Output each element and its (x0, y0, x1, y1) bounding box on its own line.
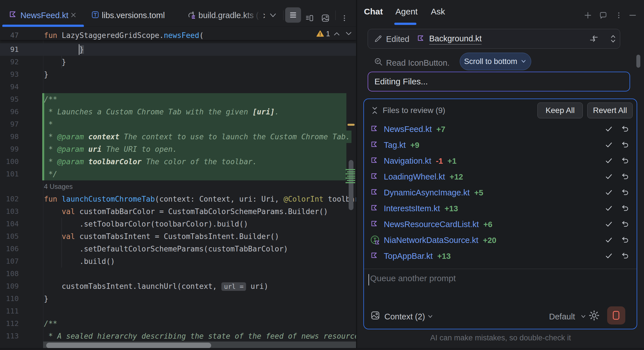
new-chat-icon[interactable] (583, 11, 592, 20)
kotlin-file-icon (417, 35, 425, 43)
chevron-down-icon[interactable] (427, 314, 434, 319)
stop-button[interactable] (607, 306, 625, 325)
collapse-icon[interactable] (370, 106, 379, 115)
keep-file-button[interactable] (604, 140, 613, 150)
expand-icon[interactable] (609, 34, 617, 44)
code-line: 103 val customTabBarColor = CustomTabCol… (0, 205, 356, 218)
edited-file-link[interactable]: Background.kt (429, 34, 482, 44)
model-selector[interactable]: Default (549, 312, 575, 321)
file-link[interactable]: LoadingWheel.kt+12 (384, 169, 463, 185)
edited-file-card: Edited Background.kt (368, 29, 620, 49)
editor-tab-bar: NewsFeed.kt libs.versions.toml (0, 3, 356, 27)
revert-file-button[interactable] (620, 156, 630, 165)
scroll-to-bottom-label: Scroll to bottom (464, 57, 517, 66)
context-selector[interactable]: Context (2) (384, 312, 425, 321)
code-editor-area[interactable]: 91 }92 }93}9495/**96 * Launches a Custom… (0, 40, 356, 342)
revert-file-button[interactable] (620, 204, 630, 213)
line-number: 47 (0, 29, 19, 42)
more-options-icon[interactable] (340, 14, 349, 23)
keep-file-button[interactable] (604, 172, 613, 181)
attach-image-icon[interactable] (370, 310, 380, 321)
view-list-button[interactable] (285, 7, 301, 23)
file-link[interactable]: TopAppBar.kt+13 (384, 248, 451, 264)
prompt-input[interactable]: Queue another prompt (370, 274, 456, 283)
keep-file-button[interactable] (604, 188, 613, 197)
revert-file-button[interactable] (620, 251, 630, 261)
keep-all-button[interactable]: Keep All (537, 103, 583, 118)
line-number: 103 (0, 205, 19, 218)
editor-vertical-scrollbar[interactable] (349, 160, 353, 210)
file-link[interactable]: NiaNetworkDataSource.kt+20 (384, 232, 496, 248)
keep-file-button[interactable] (604, 156, 613, 165)
gear-icon[interactable] (588, 309, 600, 322)
file-link[interactable]: NewsResourceCardList.kt+6 (384, 216, 492, 232)
status-box: Editing Files... (368, 72, 630, 91)
code-line: 112/** (0, 317, 356, 330)
added-count: +7 (436, 125, 445, 134)
search-read-icon (373, 57, 384, 67)
warning-count: 1 (326, 29, 330, 38)
preview-image-button[interactable] (321, 14, 330, 23)
revert-all-button[interactable]: Revert All (587, 103, 633, 118)
file-review-row: Tag.kt+9 (364, 137, 637, 153)
kotlin-file-icon (370, 125, 379, 133)
keep-file-button[interactable] (604, 220, 613, 229)
editor-horizontal-scrollbar[interactable] (46, 343, 211, 348)
file-link[interactable]: Navigation.kt-1+1 (384, 153, 457, 169)
view-split-button[interactable] (305, 14, 314, 23)
file-link[interactable]: InterestsItem.kt+13 (384, 200, 458, 217)
editor-tab-libs-versions[interactable]: libs.versions.toml (88, 3, 170, 27)
file-link[interactable]: DynamicAsyncImage.kt+5 (384, 185, 483, 201)
prev-warning-icon[interactable] (333, 31, 341, 37)
file-link[interactable]: Tag.kt+9 (384, 137, 419, 153)
minimize-icon[interactable] (628, 11, 637, 20)
text-caret (368, 274, 369, 285)
code-line: 99 * @param uri The URI to open. (0, 143, 356, 155)
close-icon[interactable] (70, 11, 77, 19)
line-number: 99 (0, 143, 19, 155)
usages-inlay-hint[interactable]: 4 Usages (0, 180, 356, 193)
warning-icon[interactable] (316, 30, 324, 37)
gradle-file-icon (187, 10, 197, 20)
tab-chat[interactable]: Chat (364, 7, 383, 16)
code-line: 91 } (0, 43, 356, 56)
files-to-review-panel: Files to review (9) Keep All Revert All … (363, 99, 637, 329)
tab-agent[interactable]: Agent (395, 7, 418, 16)
revert-file-button[interactable] (620, 236, 630, 245)
next-warning-icon[interactable] (345, 31, 353, 37)
revert-file-button[interactable] (620, 140, 630, 150)
kotlin-file-icon (370, 157, 379, 165)
tab-ask[interactable]: Ask (431, 7, 445, 16)
sticky-declaration-line[interactable]: 47 fun LazyStaggeredGridScope.newsFeed( … (0, 27, 356, 40)
chevron-down-icon[interactable] (269, 12, 277, 18)
more-options-icon[interactable] (615, 11, 623, 20)
code-line: 113 * A sealed hierarchy describing the … (0, 330, 356, 342)
tab-label: NewsFeed.kt (20, 11, 68, 20)
added-count: +20 (483, 236, 497, 245)
revert-file-button[interactable] (620, 188, 630, 197)
chevron-down-icon (520, 59, 527, 64)
revert-file-button[interactable] (620, 125, 630, 134)
editor-tab-build-gradle[interactable]: build.gradle.kts (:c (184, 3, 280, 27)
chat-scrollbar[interactable] (636, 55, 640, 68)
tab-label: libs.versions.toml (102, 11, 165, 20)
revert-file-button[interactable] (620, 220, 630, 229)
keep-file-button[interactable] (604, 251, 613, 261)
line-number: 105 (0, 230, 19, 243)
file-link[interactable]: NewsFeed.kt+7 (384, 121, 445, 137)
keep-file-button[interactable] (604, 204, 613, 213)
chevron-down-icon[interactable] (580, 314, 587, 319)
keep-file-button[interactable] (604, 236, 613, 245)
scroll-to-bottom-button[interactable]: Scroll to bottom (460, 53, 531, 70)
diff-icon[interactable] (588, 34, 599, 44)
line-number: 96 (0, 106, 19, 118)
file-review-row: NewsResourceCardList.kt+6 (364, 216, 637, 232)
action-label: Edited (386, 35, 409, 44)
editor-tab-newsfeed[interactable]: NewsFeed.kt (2, 3, 84, 27)
keep-file-button[interactable] (604, 125, 613, 134)
line-number: 95 (0, 93, 19, 106)
status-text: Editing Files... (368, 72, 630, 91)
chat-history-icon[interactable] (599, 11, 608, 20)
kotlin-file-icon (370, 188, 379, 197)
revert-file-button[interactable] (620, 172, 630, 181)
